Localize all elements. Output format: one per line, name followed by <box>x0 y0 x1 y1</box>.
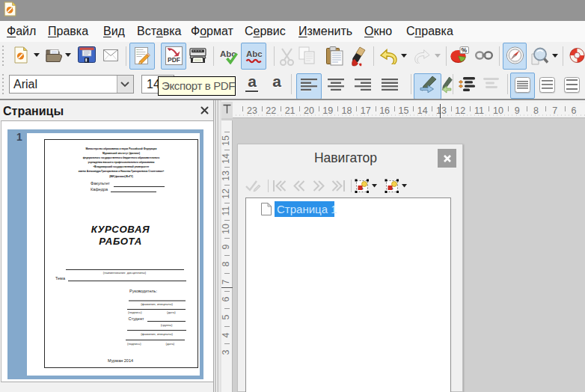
svg-text:Abc: Abc <box>246 49 263 58</box>
svg-text:PDF: PDF <box>168 56 180 64</box>
svg-text:%: % <box>462 46 468 54</box>
